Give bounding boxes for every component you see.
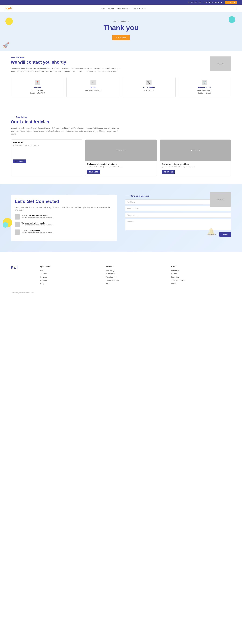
blog-card-0-title: Hello world! (13, 142, 80, 144)
footer-svc-webdesign[interactable]: Web design (106, 270, 166, 272)
connect-inner: Let's Get Connected Lorem ipsum dolor si… (11, 195, 231, 241)
connect-circle-teal (3, 222, 8, 228)
footer-link-projects[interactable]: Projects (40, 279, 101, 281)
address-value: 4953 Vine Street San Diego, CA 92465 (13, 89, 61, 94)
blog-card-0-btn[interactable]: READ MORE (13, 159, 26, 163)
topbar-cta-button[interactable]: Get started (225, 1, 237, 4)
footer-link-home[interactable]: Home (40, 270, 101, 272)
blog-card-2-btn[interactable]: READ MORE (162, 170, 175, 174)
connect-feature-2: 15 years of experience Sed fringilla nul… (15, 230, 113, 234)
footer-about-careers[interactable]: Careers (171, 272, 231, 275)
connect-title: Let's Get Connected (15, 199, 113, 204)
blog-card-2-title: Orci varius natoque penatibus (162, 163, 229, 165)
hero-cta-button[interactable]: Get Started (113, 35, 129, 40)
footer-quicklinks-title: Quick links (40, 265, 101, 268)
footer-quicklinks-list: Home About us Services Projects Blog (40, 270, 101, 284)
form-phone[interactable] (125, 213, 231, 218)
email-card-label: Email (69, 86, 117, 88)
connect-image: 201 × 191 (210, 192, 231, 207)
hero-title: Thank you (5, 24, 237, 32)
form-message[interactable] (125, 219, 231, 230)
email-address: info@mycompany.com (206, 1, 222, 3)
feature-1-icon (15, 222, 20, 227)
contact-card-hours: 🕐 Opening hours Mon-Fri 9:00 – 18:00 Sat… (178, 77, 231, 97)
footer-grid: Kali Quick links Home About us Services … (11, 265, 231, 286)
footer-credit: Designed by Marketendricaeri.com (11, 292, 34, 294)
hamburger-menu[interactable]: ☰ (234, 6, 237, 10)
connect-feature-1: We focus on the best results Sed fringil… (15, 222, 113, 227)
blog-card-2-img: 1000 × 563 (160, 140, 231, 161)
hours-icon: 🕐 (202, 80, 207, 85)
blog-card-1-btn[interactable]: READ MORE (87, 170, 101, 174)
hero-section: 🚀 Let's get connected Thank you Get Star… (0, 12, 242, 51)
footer-about-list: About Kali Careers Innovation Terms & co… (171, 270, 231, 284)
footer-about-terms[interactable]: Terms & conditions (171, 279, 231, 281)
blog-card-2-meta: by admin | Oct 21, 2022 | Marketing, Unc… (162, 166, 229, 168)
phone-icon: 📞 (188, 1, 190, 3)
email-icon: ✉ (204, 1, 205, 3)
footer-link-services[interactable]: Services (40, 276, 101, 278)
contact-card-email: ✉ Email info@mycompany.com (66, 77, 120, 97)
footer-bottom: Designed by Marketendricaeri.com (0, 290, 242, 296)
connect-body: Lorem ipsum dolor sit amet, consectetur … (15, 206, 113, 212)
blog-tag: From the blog (11, 116, 231, 118)
contact-tag: Thank you (11, 56, 121, 58)
nav-hero-headers[interactable]: Hero headers ▾ (117, 7, 129, 9)
contact-title: We will contact you shortly (11, 60, 121, 65)
footer-svc-seo[interactable]: SEO (106, 282, 166, 284)
contact-card-phone: 📞 Phone number 815.555.5555 (122, 77, 176, 97)
contact-card-address: 📍 Address 4953 Vine Street San Diego, CA… (11, 77, 64, 97)
hero-circle-yellow (5, 18, 13, 25)
navbar: Kali Home Pages ▾ Hero headers ▾ Header … (0, 4, 242, 12)
feature-1-desc: Sed fringilla nulla id ante pulvinar pha… (21, 224, 53, 226)
footer-about-privacy[interactable]: Privacy (171, 282, 231, 284)
blog-title: Our Latest Articles (11, 120, 231, 124)
footer-col-about: About About Kali Careers Innovation Term… (171, 265, 231, 286)
blog-section: From the blog Our Latest Articles Lorem … (0, 108, 242, 184)
footer-svc-ads[interactable]: Advertisement (106, 276, 166, 278)
top-bar: 📞 +815.555.5555 ✉ info@mycompany.com Get… (0, 0, 242, 4)
email-card-value: info@mycompany.com (69, 89, 117, 92)
footer-col-quicklinks: Quick links Home About us Services Proje… (40, 265, 101, 286)
feature-0-title: Team of the best digital experts (21, 214, 53, 216)
form-footer: 4 + 14 = Submit (125, 232, 231, 237)
blog-card-1-meta: by admin | Oct 21, 2022 | Uncategorised,… (87, 166, 155, 168)
footer-about-title: About (171, 265, 231, 268)
hours-label: Opening hours (181, 86, 229, 88)
footer-services-title: Services (106, 265, 166, 268)
nav-home[interactable]: Home (100, 7, 105, 9)
contact-section: Thank you We will contact you shortly Lo… (0, 51, 242, 103)
phone-number: +815.555.5555 (190, 1, 201, 3)
contact-image: 201 × 191 (210, 56, 231, 71)
phone-card-icon: 📞 (146, 80, 151, 85)
hero-rocket-icon: 🚀 (3, 42, 9, 48)
nav-pages[interactable]: Pages ▾ (108, 7, 114, 9)
footer: Kali Quick links Home About us Services … (0, 257, 242, 290)
footer-svc-digital[interactable]: Digital marketing (106, 279, 166, 281)
phone-card-value: 815.555.5555 (125, 89, 173, 92)
phone-card-label: Phone number (125, 86, 173, 88)
address-label: Address (13, 86, 61, 88)
feature-2-desc: Sed fringilla nulla id ante pulvinar pha… (21, 232, 53, 234)
connect-feature-0: Team of the best digital experts Sed fri… (15, 214, 113, 220)
hours-value: Mon-Fri 9:00 – 18:00 Sat-Sun – Closed (181, 89, 229, 94)
footer-svc-ecommerce[interactable]: eCommerce (106, 272, 166, 275)
email-item: ✉ info@mycompany.com (204, 1, 222, 3)
contact-body: Lorem ipsum dolor sit amet, consectetur … (11, 67, 121, 73)
bell-icon: 🔔 (207, 228, 215, 236)
footer-about-innovation[interactable]: Innovation (171, 276, 231, 278)
feature-1-title: We focus on the best results (21, 222, 53, 224)
hero-circle-teal (229, 16, 235, 23)
blog-card-2: 1000 × 563 Orci varius natoque penatibus… (160, 140, 231, 176)
connect-left: Let's Get Connected Lorem ipsum dolor si… (11, 195, 117, 241)
nav-header-menu[interactable]: Header & menu ▾ (133, 7, 146, 9)
footer-link-blog[interactable]: Blog (40, 282, 101, 284)
feature-2-icon (15, 230, 20, 234)
feature-2-title: 15 years of experience (21, 230, 53, 232)
hero-subtitle: Let's get connected (5, 20, 237, 22)
form-submit-button[interactable]: Submit (219, 232, 231, 237)
address-icon: 📍 (35, 80, 40, 85)
footer-logo: Kali (11, 265, 35, 270)
footer-link-about[interactable]: About us (40, 272, 101, 275)
footer-about-kali[interactable]: About Kali (171, 270, 231, 272)
